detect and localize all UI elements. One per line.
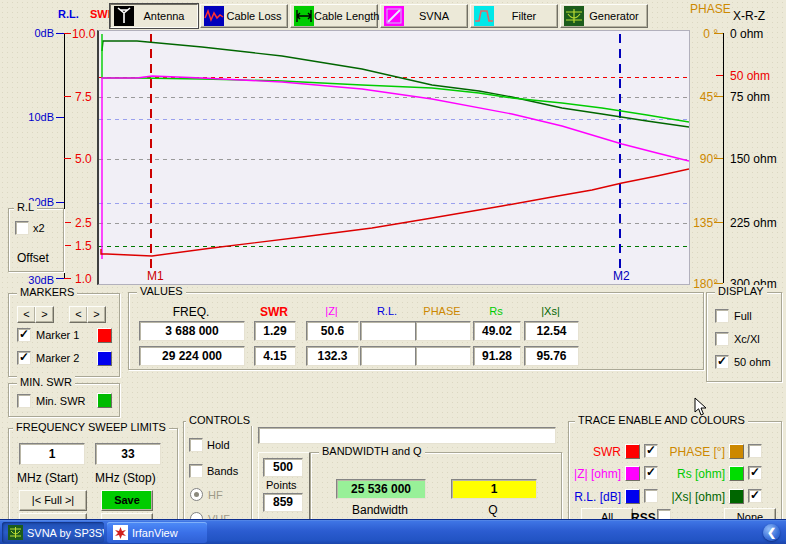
display-full-checkbox[interactable] xyxy=(715,309,729,323)
marker2-prev-button[interactable]: < xyxy=(69,306,88,323)
rl-axis-header: R.L. xyxy=(58,8,79,20)
svna-task-icon xyxy=(8,525,23,540)
generator-button-label: Generator xyxy=(584,10,644,22)
db-tick-label: 30dB xyxy=(20,274,54,286)
trace-rs-swatch[interactable] xyxy=(729,466,744,481)
swr-trace xyxy=(101,169,689,256)
svna-button[interactable]: SVNA xyxy=(380,4,468,28)
tray-collapse-chevron-button[interactable]: ❮ xyxy=(763,524,780,541)
ohm-tick-label: 0 ohm xyxy=(730,27,763,41)
marker2-color-swatch[interactable] xyxy=(97,351,112,366)
points-bottom-value[interactable]: 859 xyxy=(263,493,303,512)
cable-length-button[interactable]: Cable Length xyxy=(290,4,378,28)
fifty-ohm-tick xyxy=(716,75,723,76)
m1-swr-value: 1.29 xyxy=(254,321,296,341)
values-panel-title: VALUES xyxy=(137,285,186,297)
marker2-checkbox[interactable] xyxy=(17,351,31,365)
min-swr-color-swatch[interactable] xyxy=(97,393,112,408)
marker1-color-swatch[interactable] xyxy=(97,328,112,343)
filter-button[interactable]: Filter xyxy=(470,4,558,28)
svna-icon xyxy=(384,6,404,26)
sweep-full-button[interactable]: |< Full >| xyxy=(19,490,87,511)
bands-checkbox[interactable] xyxy=(189,464,203,478)
filter-button-label: Filter xyxy=(494,10,554,22)
trace-z-checkbox[interactable] xyxy=(644,466,658,480)
display-panel-title: DISPLAY xyxy=(715,285,767,297)
trace-rl-checkbox[interactable] xyxy=(644,489,658,503)
min-swr-checkbox[interactable] xyxy=(17,394,31,408)
sweep-stop-input[interactable]: 33 xyxy=(95,443,161,465)
markers-panel: MARKERS < > < > Marker 1 Marker 2 xyxy=(8,293,120,377)
min-swr-panel: MIN. SWR Min. SWR xyxy=(8,383,120,417)
m2-rs-value: 91.28 xyxy=(473,346,521,366)
trace-xs-label: |Xs| [ohm] xyxy=(665,490,725,504)
m1-phase-value xyxy=(415,321,471,341)
m1-freq-value: 3 688 000 xyxy=(139,321,245,341)
antenna-button[interactable]: Antenna xyxy=(110,4,198,28)
marker1-prev-button[interactable]: < xyxy=(17,306,36,323)
cable-loss-button[interactable]: Cable Loss xyxy=(200,4,288,28)
trace-z-swatch[interactable] xyxy=(625,466,640,481)
svna-app-window: R.L. SWR PHASE X-R-Z Antenna Cable Loss … xyxy=(0,0,786,544)
trace-z-label: |Z| [ohm] xyxy=(569,467,621,481)
points-top-value[interactable]: 500 xyxy=(263,458,303,477)
marker2-next-button[interactable]: > xyxy=(87,306,106,323)
phase-tick-label: 180° xyxy=(688,277,718,291)
left-axis-line xyxy=(64,33,65,278)
command-input[interactable] xyxy=(258,427,556,444)
antenna-button-label: Antenna xyxy=(134,10,194,22)
marker1-checkbox[interactable] xyxy=(17,328,31,342)
controls-panel: CONTROLS Hold Bands HF VHF xyxy=(183,421,252,533)
values-header-phase: PHASE xyxy=(415,305,469,317)
swr-tick xyxy=(64,96,71,97)
m2-phase-value xyxy=(415,346,471,366)
trace-rl-swatch[interactable] xyxy=(625,489,640,504)
hf-radio-label: HF xyxy=(208,489,223,501)
display-50ohm-checkbox[interactable] xyxy=(715,355,729,369)
taskbar: SVNA by SP3SWJ - S... IrfanView ❮ xyxy=(0,519,786,544)
swr-tick xyxy=(64,222,71,223)
trace-swr-checkbox[interactable] xyxy=(644,444,658,458)
marker1-next-button[interactable]: > xyxy=(35,306,54,323)
phase-tick-label: 0 ° xyxy=(688,27,718,41)
trace-rl-label: R.L. [dB] xyxy=(569,490,621,504)
trace-phase-checkbox[interactable] xyxy=(748,444,762,458)
taskbar-task-svna[interactable]: SVNA by SP3SWJ - S... xyxy=(2,522,104,543)
swr-tick-label: 1.5 xyxy=(75,239,92,253)
hold-checkbox[interactable] xyxy=(189,438,203,452)
trace-curves xyxy=(99,31,689,284)
marker1-checkbox-label: Marker 1 xyxy=(36,329,79,341)
sweep-plot[interactable]: M1 M2 xyxy=(97,30,690,285)
phase-tick-label: 90° xyxy=(688,152,718,166)
hf-radio[interactable] xyxy=(190,488,203,501)
trace-rs-checkbox[interactable] xyxy=(748,466,762,480)
hold-label: Hold xyxy=(207,439,230,451)
sweep-start-input[interactable]: 1 xyxy=(19,443,85,465)
cable-loss-icon xyxy=(204,6,224,26)
rl-x2-checkbox[interactable] xyxy=(15,221,29,235)
taskbar-task-irfanview[interactable]: IrfanView xyxy=(107,522,207,543)
bandwidth-value: 25 536 000 xyxy=(336,479,426,499)
trace-panel: TRACE ENABLE AND COLOURS SWR PHASE [°] |… xyxy=(568,421,782,533)
sweep-stop-label: MHz (Stop) xyxy=(95,471,156,485)
trace-xs-checkbox[interactable] xyxy=(748,489,762,503)
phase-axis-header: PHASE xyxy=(690,2,731,16)
q-value: 1 xyxy=(451,479,537,499)
display-xcxl-checkbox[interactable] xyxy=(715,332,729,346)
db-tick-label: 0dB xyxy=(20,27,54,39)
controls-panel-title: CONTROLS xyxy=(186,414,253,426)
bandwidth-label: Bandwidth xyxy=(336,503,424,517)
trace-rs-label: Rs [ohm] xyxy=(665,467,725,481)
trace-swr-swatch[interactable] xyxy=(625,444,640,459)
db-tick xyxy=(56,33,64,34)
db-tick xyxy=(56,117,64,118)
svna-button-label: SVNA xyxy=(404,10,464,22)
trace-xs-swatch[interactable] xyxy=(729,489,744,504)
generator-button[interactable]: Generator xyxy=(560,4,648,28)
trace-swr-label: SWR xyxy=(569,445,621,459)
sweep-save-button[interactable]: Save xyxy=(101,490,153,511)
rl-x2-label: x2 xyxy=(33,222,45,234)
bands-label: Bands xyxy=(207,465,238,477)
trace-panel-title: TRACE ENABLE AND COLOURS xyxy=(575,414,748,426)
trace-phase-swatch[interactable] xyxy=(729,444,744,459)
